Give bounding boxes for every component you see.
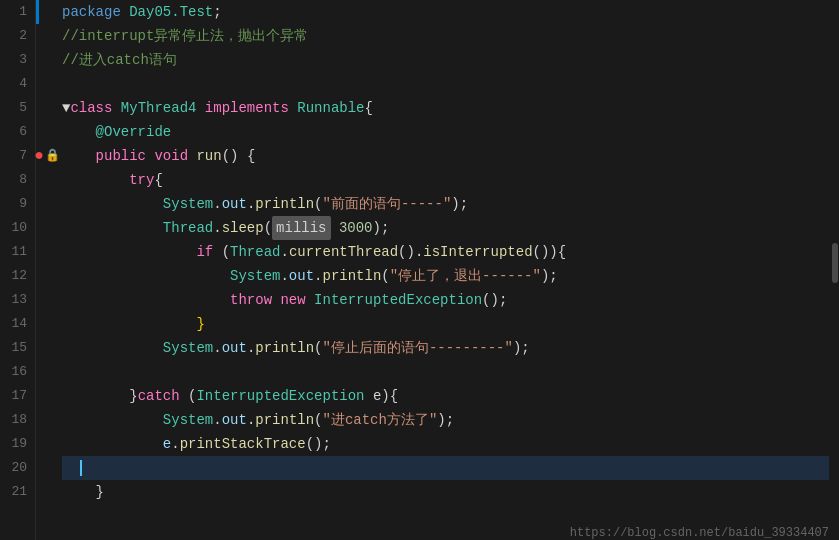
- line-num-10: 10: [4, 216, 27, 240]
- code-line-14: }: [62, 312, 839, 336]
- gutter: ● 🔒: [36, 0, 58, 540]
- code-line-9: System.out.println("前面的语句-----");: [62, 192, 839, 216]
- gutter-line-7: ● 🔒: [36, 144, 58, 168]
- code-line-7: public void run() {: [62, 144, 839, 168]
- line-num-17: 17: [4, 384, 27, 408]
- code-line-6: @Override: [62, 120, 839, 144]
- gutter-line-12: [36, 264, 58, 288]
- gutter-line-1: [36, 0, 58, 24]
- gutter-line-14: [36, 312, 58, 336]
- gutter-line-17: [36, 384, 58, 408]
- status-url: https://blog.csdn.net/baidu_39334407: [570, 526, 829, 540]
- code-line-16: [62, 360, 839, 384]
- line-num-8: 8: [4, 168, 27, 192]
- code-line-11: if (Thread.currentThread().isInterrupted…: [62, 240, 839, 264]
- code-line-21: }: [62, 480, 839, 504]
- line-num-11: 11: [4, 240, 27, 264]
- code-line-4: [62, 72, 839, 96]
- line-num-3: 3: [4, 48, 27, 72]
- gutter-line-2: [36, 24, 58, 48]
- line-num-1: 1: [4, 0, 27, 24]
- line-num-13: 13: [4, 288, 27, 312]
- code-line-19: e.printStackTrace();: [62, 432, 839, 456]
- line-num-7: 7: [4, 144, 27, 168]
- gutter-line-19: [36, 432, 58, 456]
- line-num-9: 9: [4, 192, 27, 216]
- line-num-12: 12: [4, 264, 27, 288]
- code-line-3: //进入catch语句: [62, 48, 839, 72]
- gutter-line-3: [36, 48, 58, 72]
- line-num-4: 4: [4, 72, 27, 96]
- code-line-10: Thread.sleep(millis 3000);: [62, 216, 839, 240]
- gutter-line-8: [36, 168, 58, 192]
- gutter-line-20: [36, 456, 58, 480]
- line-num-15: 15: [4, 336, 27, 360]
- line-num-20: 20: [4, 456, 27, 480]
- line-numbers: 1 2 3 4 5 6 7 8 9 10 11 12 13 14 15 16 1…: [0, 0, 36, 540]
- gutter-line-4: [36, 72, 58, 96]
- code-line-12: System.out.println("停止了，退出------");: [62, 264, 839, 288]
- line-num-16: 16: [4, 360, 27, 384]
- gutter-line-10: [36, 216, 58, 240]
- code-line-1: package Day05.Test;: [62, 0, 839, 24]
- line-num-5: 5: [4, 96, 27, 120]
- gutter-line-6: [36, 120, 58, 144]
- line-num-14: 14: [4, 312, 27, 336]
- code-line-2: //interrupt异常停止法，抛出个异常: [62, 24, 839, 48]
- line-num-19: 19: [4, 432, 27, 456]
- gutter-line-15: [36, 336, 58, 360]
- gutter-line-21: [36, 480, 58, 504]
- breakpoint-icon: ●: [34, 144, 44, 168]
- code-area[interactable]: package Day05.Test; //interrupt异常停止法，抛出个…: [58, 0, 839, 540]
- code-line-15: System.out.println("停止后面的语句---------");: [62, 336, 839, 360]
- cursor-indicator: [80, 460, 82, 476]
- gutter-line-16: [36, 360, 58, 384]
- code-line-5: ▼class MyThread4 implements Runnable{: [62, 96, 839, 120]
- code-editor: 1 2 3 4 5 6 7 8 9 10 11 12 13 14 15 16 1…: [0, 0, 839, 540]
- gutter-line-18: [36, 408, 58, 432]
- scrollbar-track[interactable]: [829, 0, 839, 540]
- code-line-17: }catch (InterruptedException e){: [62, 384, 839, 408]
- line-num-21: 21: [4, 480, 27, 504]
- line-num-6: 6: [4, 120, 27, 144]
- code-line-18: System.out.println("进catch方法了");: [62, 408, 839, 432]
- gutter-line-9: [36, 192, 58, 216]
- code-line-20: [62, 456, 839, 480]
- scrollbar-thumb[interactable]: [832, 243, 838, 283]
- line-num-2: 2: [4, 24, 27, 48]
- gutter-line-5: [36, 96, 58, 120]
- line-num-18: 18: [4, 408, 27, 432]
- gutter-line-11: [36, 240, 58, 264]
- code-line-13: throw new InterruptedException();: [62, 288, 839, 312]
- code-line-8: try{: [62, 168, 839, 192]
- gutter-line-13: [36, 288, 58, 312]
- highlight-word: millis: [272, 216, 330, 240]
